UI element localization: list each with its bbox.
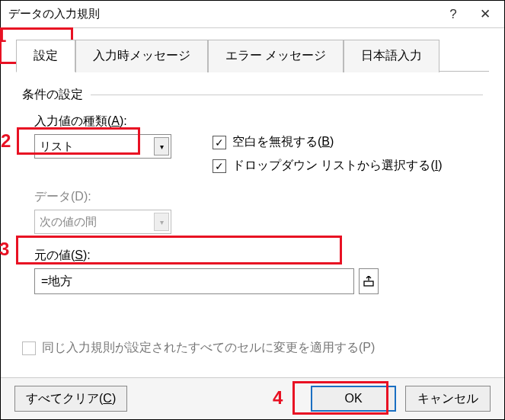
data-select: 次の値の間 ▾ [34, 210, 171, 234]
footer: すべてクリア(C) OK キャンセル [1, 377, 504, 419]
annotation-number-1: 1 [0, 25, 6, 46]
allow-select-value: リスト [40, 139, 74, 154]
ok-button[interactable]: OK [311, 386, 396, 412]
check-icon: ✓ [213, 136, 226, 149]
chevron-down-icon: ▾ [154, 137, 169, 155]
source-label: 元の値(S): [34, 248, 483, 264]
data-select-value: 次の値の間 [40, 215, 97, 229]
tab-settings[interactable]: 設定 [16, 40, 75, 72]
data-label: データ(D): [34, 189, 483, 205]
cancel-button[interactable]: キャンセル [405, 386, 491, 412]
tab-error-alert[interactable]: エラー メッセージ [208, 40, 344, 72]
tab-panel-settings: 条件の設定 入力値の種類(A): リスト ▾ ✓ [16, 72, 489, 370]
svg-rect-0 [364, 281, 373, 286]
source-input[interactable] [34, 268, 354, 294]
checkbox-icon [22, 341, 36, 355]
fieldset-legend-text: 条件の設定 [22, 87, 83, 103]
in-cell-dropdown-checkbox[interactable]: ✓ ドロップダウン リストから選択する(I) [213, 158, 443, 174]
fieldset-rule [91, 95, 483, 95]
titlebar: データの入力規則 ? ✕ [1, 1, 504, 28]
help-button[interactable]: ? [437, 4, 469, 25]
tab-bar: 設定 入力時メッセージ エラー メッセージ 日本語入力 [16, 39, 489, 72]
tab-input-message[interactable]: 入力時メッセージ [75, 40, 208, 72]
ignore-blank-checkbox[interactable]: ✓ 空白を無視する(B) [213, 134, 443, 150]
close-button[interactable]: ✕ [469, 4, 501, 25]
fieldset-legend: 条件の設定 [22, 87, 483, 103]
allow-select[interactable]: リスト ▾ [34, 134, 171, 159]
chevron-down-icon: ▾ [154, 213, 169, 231]
tab-ime-mode[interactable]: 日本語入力 [344, 40, 439, 72]
apply-all-checkbox: 同じ入力規則が設定されたすべてのセルに変更を適用する(P) [22, 340, 483, 356]
check-icon: ✓ [213, 159, 226, 173]
annotation-number-3: 3 [0, 239, 9, 260]
annotation-number-2: 2 [1, 130, 11, 152]
dialog-window: データの入力規則 ? ✕ 設定 入力時メッセージ エラー メッセージ 日本語入力… [0, 0, 505, 420]
range-select-icon[interactable] [359, 268, 379, 294]
allow-label: 入力値の種類(A): [34, 114, 483, 130]
clear-all-button[interactable]: すべてクリア(C) [14, 386, 127, 412]
window-title: データの入力規則 [8, 7, 437, 21]
dialog-body: 設定 入力時メッセージ エラー メッセージ 日本語入力 条件の設定 入力値の種類… [1, 28, 504, 381]
